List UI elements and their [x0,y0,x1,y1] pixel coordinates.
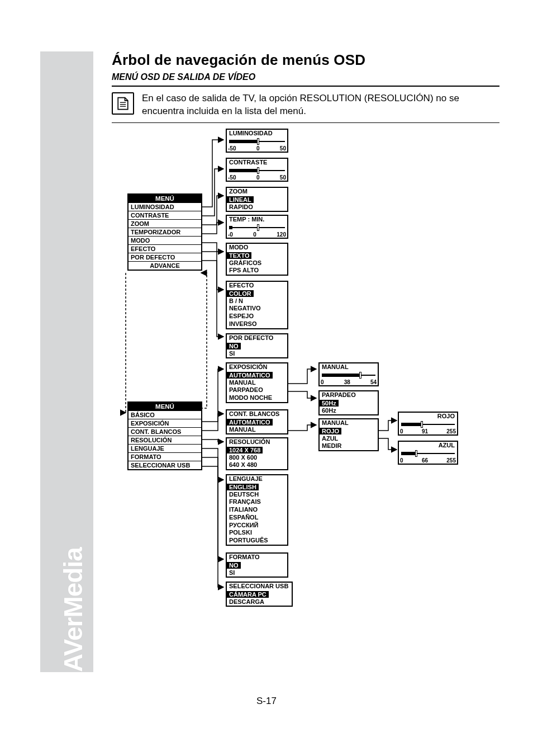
option-selected: AUTOMATICO [227,419,273,426]
panel-header: AZUL [399,442,457,450]
option: РУССКИЙ [227,522,287,530]
option: B / N [227,297,287,305]
slider [401,451,455,457]
option: DEUTSCH [227,491,287,499]
panel-blancos-manual: MANUAL ROJO AZUL MEDIR [318,418,379,451]
menu-item: EXPOSICIÓN [129,419,201,427]
menu-item: RESOLUCIÓN [129,436,201,444]
tick: 0 [400,428,403,434]
tick: 255 [446,428,456,434]
option: AZUL [320,435,378,443]
option: ITALIANO [227,506,287,514]
panel-expo-manual: MANUAL 03854 [318,362,379,386]
option: MANUAL [227,426,287,434]
option-selected: NO [227,562,241,569]
slider [401,422,455,428]
option: PORTUGUÊS [227,537,287,545]
panel-formato: FORMATO NO SI [226,552,288,578]
tick: 0 [256,145,260,152]
option-selected: ENGLISH [227,484,259,490]
tick: -0 [228,231,233,238]
slider [229,225,285,231]
menu-header: MENÚ [129,403,201,410]
menu-item: LENGUAJE [129,444,201,452]
option-selected: TEXTO [227,252,251,259]
menu-item: ZOOM [129,219,201,228]
option: GRÁFICOS [227,259,287,267]
menu-item: CONT. BLANCOS [129,427,201,436]
page: AVerMedia Árbol de navegación de menús O… [0,0,533,756]
option: DESCARGA [227,598,292,606]
brand-logo: AVerMedia [58,619,88,672]
panel-header: MANUAL [320,363,378,371]
tick: 91 [422,428,428,434]
note-text: En el caso de salida de TV, la opción RE… [142,92,499,118]
option-selected: NO [227,343,241,349]
option: ESPEJO [227,313,287,320]
panel-rojo: ROJO 091255 [398,412,458,436]
page-content: Árbol de navegación de menús OSD MENÚ OS… [112,51,499,632]
menu-item: POR DEFECTO [129,253,201,261]
panel-header: EFECTO [227,282,287,290]
tick: 50 [280,145,286,152]
tick: 0 [256,174,260,181]
option-selected: AUTOMATICO [227,372,273,379]
panel-temp: TEMP : MIN. -00120 [226,215,288,239]
panel-luminosidad: LUMINOSIDAD -50050 [226,129,288,153]
panel-blancos: CONT. BLANCOS AUTOMATICO MANUAL [226,409,288,435]
panel-header: TEMP : MIN. [227,216,287,224]
option: 640 X 480 [227,461,287,469]
panel-header: PARPADEO [320,391,378,399]
option: FRANÇAIS [227,498,287,506]
menu-item: MODO [129,236,201,244]
tick: 50 [280,174,286,181]
menu-item: EFECTO [129,244,201,253]
panel-header: ZOOM [227,188,287,196]
menu-item: SELECCIONAR USB [129,461,201,469]
note-row: En el caso de salida de TV, la opción RE… [112,92,499,118]
panel-defecto: POR DEFECTO NO SI [226,333,288,359]
menu-item: CONTRASTE [129,211,201,219]
option: INVERSO [227,320,287,328]
panel-header: CONT. BLANCOS [227,410,287,418]
tick: 0 [400,457,403,464]
option: PARPADEO [227,386,287,394]
tick: 38 [344,379,350,385]
panel-resolucion: RESOLUCIÓN 1024 X 768 800 X 600 640 X 48… [226,437,288,470]
tick: 0 [321,379,324,385]
panel-modo: MODO TEXTO GRÁFICOS FPS ALTO [226,243,288,276]
panel-header: POR DEFECTO [227,334,287,342]
option: ESPAÑOL [227,514,287,522]
panel-header: MANUAL [320,419,378,427]
panel-header: SELECCIONAR USB [227,583,292,590]
slider [229,139,285,145]
option: FPS ALTO [227,267,287,275]
panel-header: LENGUAJE [227,475,287,483]
panel-exposicion: EXPOSICIÓN AUTOMATICO MANUAL PARPADEO MO… [226,362,288,403]
option: SI [227,569,287,577]
tick: 120 [277,231,286,238]
option: MANUAL [227,379,287,387]
page-subtitle: MENÚ OSD DE SALIDA DE VÍDEO [112,72,499,82]
panel-header: MODO [227,244,287,252]
option: NEGATIVO [227,305,287,313]
option-selected: LINEAL [227,196,254,203]
option: 800 X 600 [227,454,287,462]
panel-header: RESOLUCIÓN [227,438,287,446]
tick: 255 [446,457,456,464]
note-icon [112,92,134,115]
panel-parpadeo: PARPADEO 50Hz 60Hz [318,390,379,416]
panel-header: FORMATO [227,554,287,561]
tick: 66 [422,457,428,464]
menu-advance: MENÚ BÁSICO EXPOSICIÓN CONT. BLANCOS RES… [127,401,202,470]
option-selected: ROJO [320,428,341,434]
panel-efecto: EFECTO COLOR B / N NEGATIVO ESPEJO INVER… [226,281,288,329]
divider-thin [112,122,499,123]
menu-item: LUMINOSIDAD [129,202,201,211]
divider [112,86,499,87]
option: MEDIR [320,442,378,450]
slider [229,168,285,174]
panel-header: LUMINOSIDAD [227,130,287,138]
document-icon [115,96,131,111]
option-selected: 50Hz [320,400,339,407]
